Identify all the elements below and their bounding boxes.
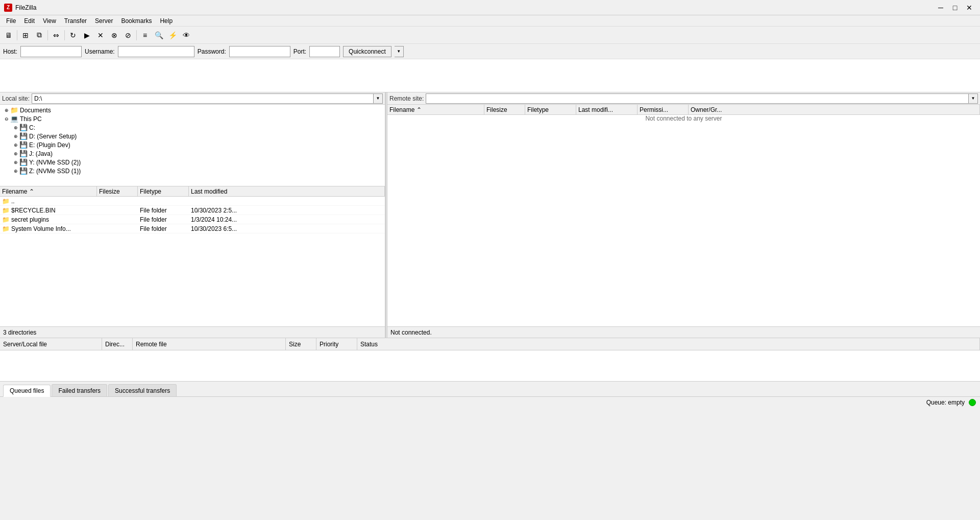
- tree-item-j[interactable]: ⊕ 💾 J: (Java): [1, 149, 384, 158]
- tree-label-d: D: (Server Setup): [29, 133, 77, 140]
- menu-help[interactable]: Help: [156, 16, 177, 26]
- local-col-modified[interactable]: Last modified: [189, 186, 385, 196]
- toolbar: 🖥 ⊞ ⧉ ⇔ ↻ ▶ ✕ ⊗ ⊘ ≡ 🔍 ⚡ 👁: [0, 27, 980, 44]
- local-col-filetype[interactable]: Filetype: [138, 186, 189, 196]
- quickconnect-dropdown[interactable]: ▼: [395, 46, 404, 57]
- host-input[interactable]: [20, 46, 82, 57]
- refresh-button[interactable]: ↻: [66, 29, 80, 42]
- find-files-button[interactable]: 👁: [180, 29, 193, 42]
- minimize-button[interactable]: ─: [934, 3, 947, 13]
- remote-site-label: Remote site:: [389, 95, 424, 102]
- quickconnect-button[interactable]: Quickconnect: [343, 46, 391, 57]
- remote-col-modified[interactable]: Last modifi...: [576, 105, 638, 114]
- process-queue-button[interactable]: ▶: [80, 29, 93, 42]
- cancel-button[interactable]: ✕: [94, 29, 107, 42]
- tree-label-j: J: (Java): [29, 150, 53, 157]
- local-status-text: 3 directories: [3, 329, 36, 336]
- queue-col-direction[interactable]: Direc...: [102, 338, 133, 350]
- tree-expand-z[interactable]: ⊕: [12, 169, 19, 174]
- queue-header: Server/Local file Direc... Remote file S…: [0, 338, 980, 350]
- local-col-filesize[interactable]: Filesize: [97, 186, 138, 196]
- tree-item-d[interactable]: ⊕ 💾 D: (Server Setup): [1, 132, 384, 140]
- local-site-dropdown[interactable]: ▼: [374, 93, 383, 104]
- file-cell-name-parent: 📁..: [0, 198, 97, 205]
- queue-col-size[interactable]: Size: [286, 338, 316, 350]
- filter-button[interactable]: ≡: [138, 29, 152, 42]
- menu-transfer[interactable]: Transfer: [60, 16, 91, 26]
- port-label: Port:: [293, 48, 306, 55]
- tree-item-e[interactable]: ⊕ 💾 E: (Plugin Dev): [1, 140, 384, 149]
- tree-expand-e[interactable]: ⊕: [12, 143, 19, 148]
- site-manager-button[interactable]: 🖥: [2, 29, 15, 42]
- maximize-button[interactable]: □: [948, 3, 962, 13]
- tree-item-documents[interactable]: ⊕ 📁 Documents: [1, 106, 384, 114]
- remote-col-filesize[interactable]: Filesize: [484, 105, 525, 114]
- new-tab-button[interactable]: ⊞: [19, 29, 32, 42]
- password-input[interactable]: [229, 46, 290, 57]
- file-row-secret[interactable]: 📁secret plugins File folder 1/3/2024 10:…: [0, 215, 385, 224]
- queue-col-server[interactable]: Server/Local file: [0, 338, 102, 350]
- tab-successful-transfers[interactable]: Successful transfers: [108, 384, 177, 396]
- queue-rows: [0, 350, 980, 381]
- menu-edit[interactable]: Edit: [20, 16, 39, 26]
- tree-expand-d[interactable]: ⊕: [12, 134, 19, 139]
- tree-item-thispc[interactable]: ⊖ 💻 This PC: [1, 114, 384, 123]
- drive-icon-c: 💾: [19, 124, 28, 131]
- menu-server[interactable]: Server: [91, 16, 117, 26]
- bottom-status-bar: Queue: empty: [0, 396, 980, 408]
- remote-site-dropdown[interactable]: ▼: [969, 93, 978, 104]
- tree-expand-documents[interactable]: ⊕: [3, 108, 10, 113]
- queue-col-status[interactable]: Status: [357, 338, 980, 350]
- tree-expand-c[interactable]: ⊕: [12, 125, 19, 130]
- remote-col-filetype[interactable]: Filetype: [525, 105, 576, 114]
- stop-button[interactable]: ⊗: [108, 29, 121, 42]
- tree-label-z: Z: (NVMe SSD (1)): [29, 168, 81, 175]
- menu-bookmarks[interactable]: Bookmarks: [117, 16, 156, 26]
- remote-site-bar: Remote site: ▼: [387, 92, 980, 105]
- tree-item-z[interactable]: ⊕ 💾 Z: (NVMe SSD (1)): [1, 167, 384, 175]
- local-file-list-header: Filename ⌃ Filesize Filetype Last modifi…: [0, 186, 385, 197]
- folder-icon-recycle: 📁: [2, 207, 10, 214]
- username-input[interactable]: [118, 46, 194, 57]
- local-col-filename[interactable]: Filename ⌃: [0, 186, 97, 196]
- new-window-button[interactable]: ⧉: [33, 29, 46, 42]
- separator-1: [17, 30, 17, 40]
- toggle-panels-button[interactable]: ⇔: [50, 29, 63, 42]
- toolbar-group-left: 🖥 ⊞ ⧉ ⇔ ↻ ▶ ✕ ⊗ ⊘ ≡ 🔍 ⚡ 👁: [2, 29, 193, 42]
- tab-queued-files[interactable]: Queued files: [3, 385, 51, 397]
- tree-expand-y[interactable]: ⊕: [12, 160, 19, 165]
- remote-col-owner[interactable]: Owner/Gr...: [689, 105, 980, 114]
- queue-col-remote[interactable]: Remote file: [133, 338, 286, 350]
- file-cell-name-recycle: 📁$RECYCLE.BIN: [0, 207, 97, 214]
- tree-expand-j[interactable]: ⊕: [12, 151, 19, 156]
- port-input[interactable]: [309, 46, 340, 57]
- log-area: [0, 59, 980, 92]
- menu-view[interactable]: View: [39, 16, 60, 26]
- local-site-path[interactable]: [32, 93, 374, 104]
- speed-limits-button[interactable]: ⚡: [166, 29, 179, 42]
- remote-panel-status: Not connected.: [387, 326, 980, 338]
- remote-col-filename[interactable]: Filename ⌃: [387, 105, 484, 114]
- remote-col-permissions[interactable]: Permissi...: [638, 105, 689, 114]
- close-button[interactable]: ✕: [963, 3, 976, 13]
- tab-failed-transfers[interactable]: Failed transfers: [52, 384, 107, 396]
- remote-file-list: Not connected to any server: [387, 115, 980, 326]
- remote-site-path[interactable]: [426, 93, 969, 104]
- queue-col-priority[interactable]: Priority: [316, 338, 357, 350]
- separator-4: [136, 30, 137, 40]
- file-row-parent[interactable]: 📁..: [0, 197, 385, 206]
- remote-not-connected-message: Not connected to any server: [387, 115, 980, 122]
- file-cell-type-recycle: File folder: [138, 207, 189, 214]
- tree-label-e: E: (Plugin Dev): [29, 141, 70, 149]
- tree-label-thispc: This PC: [20, 115, 42, 123]
- tree-item-y[interactable]: ⊕ 💾 Y: (NVMe SSD (2)): [1, 158, 384, 167]
- folder-icon-sysvolinfo: 📁: [2, 225, 10, 232]
- file-row-recycle[interactable]: 📁$RECYCLE.BIN File folder 10/30/2023 2:5…: [0, 206, 385, 215]
- file-row-sysvolinfo[interactable]: 📁System Volume Info... File folder 10/30…: [0, 224, 385, 233]
- disconnect-button[interactable]: ⊘: [121, 29, 135, 42]
- drive-icon-z: 💾: [19, 167, 28, 175]
- search-button[interactable]: 🔍: [152, 29, 165, 42]
- tree-item-c[interactable]: ⊕ 💾 C:: [1, 123, 384, 132]
- menu-file[interactable]: File: [2, 16, 20, 26]
- tree-expand-thispc[interactable]: ⊖: [3, 116, 10, 122]
